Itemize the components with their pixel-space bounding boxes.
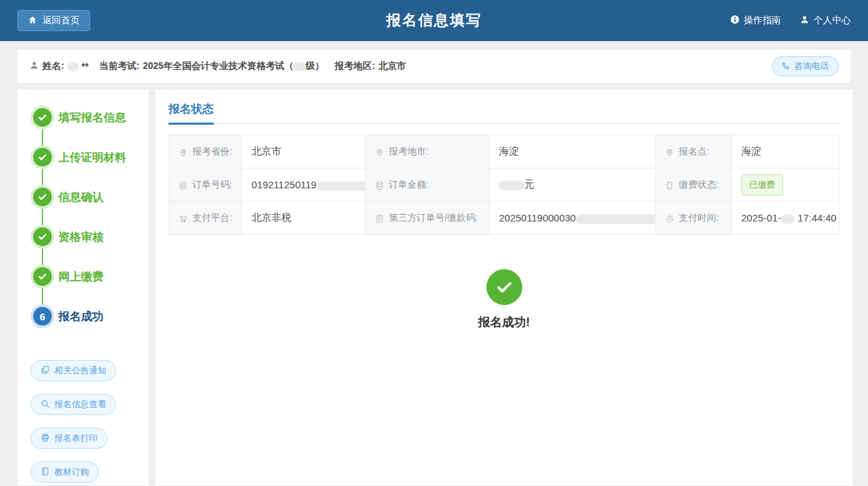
step-upload-materials[interactable]: 上传证明材料 bbox=[31, 145, 149, 169]
order-number-icon bbox=[179, 181, 188, 190]
exam-value: 2025年全国会计专业技术资格考试（级） bbox=[143, 60, 324, 72]
consult-phone-button[interactable]: 咨询电话 bbox=[772, 56, 839, 76]
home-icon bbox=[28, 15, 37, 27]
printer-icon bbox=[40, 433, 50, 444]
print-form-label: 报名表打印 bbox=[54, 432, 98, 444]
step-circle: 6 bbox=[31, 304, 54, 328]
tab-registration-status[interactable]: 报名状态 bbox=[169, 101, 214, 125]
redacted-exam-level bbox=[293, 62, 305, 71]
location-pin-icon bbox=[375, 148, 384, 157]
step-registration-success[interactable]: 6 报名成功 bbox=[31, 304, 149, 328]
order-amount-value: 元 bbox=[490, 168, 656, 202]
paid-status-badge: 已缴费 bbox=[741, 174, 783, 196]
current-exam-segment: 当前考试: 2025年全国会计专业技术资格考试（级） bbox=[100, 60, 325, 72]
consult-phone-label: 咨询电话 bbox=[794, 60, 829, 72]
order-number-label-cell: 订单号码: bbox=[169, 168, 242, 202]
info-icon bbox=[730, 15, 740, 27]
print-form-button[interactable]: 报名表打印 bbox=[31, 428, 108, 449]
step-fill-info[interactable]: 填写报名信息 bbox=[31, 105, 149, 129]
notice-icon bbox=[40, 365, 50, 377]
city-value: 海淀 bbox=[490, 135, 656, 168]
registration-status-table: 报考省份: 北京市 报考地市: 海淀 报名点: 海淀 订单号码: 0192112… bbox=[169, 135, 839, 235]
redacted-order-number bbox=[317, 182, 366, 190]
person-icon bbox=[29, 60, 39, 72]
province-label-cell: 报考省份: bbox=[169, 135, 242, 168]
textbook-order-label: 教材订购 bbox=[54, 466, 89, 478]
exam-label: 当前考试: bbox=[100, 60, 140, 72]
guide-link[interactable]: 操作指南 bbox=[730, 15, 781, 27]
personal-center-label: 个人中心 bbox=[814, 15, 851, 27]
step-number: 6 bbox=[33, 307, 52, 326]
step-label: 资格审核 bbox=[58, 229, 104, 245]
payment-status-label-cell: 缴费状态: bbox=[656, 168, 732, 202]
table-row: 支付平台: 北京非税 第三方订单号/缴款码: 20250119000030 支付… bbox=[169, 202, 839, 235]
order-amount-label-cell: 订单金额: bbox=[366, 168, 490, 202]
step-qualification-review[interactable]: 资格审核 bbox=[31, 225, 149, 249]
step-label: 上传证明材料 bbox=[58, 150, 126, 165]
step-label: 报名成功 bbox=[58, 309, 104, 324]
user-info-bar: 姓名: ** 当前考试: 2025年全国会计专业技术资格考试（级） 报考地区: … bbox=[17, 49, 851, 84]
header-right: 操作指南 个人中心 bbox=[730, 15, 851, 27]
money-icon bbox=[375, 181, 384, 190]
city-label-cell: 报考地市: bbox=[366, 135, 490, 168]
table-row: 订单号码: 019211250119 订单金额: 元 缴费状态: 已缴费 bbox=[169, 168, 839, 202]
payment-platform-value: 北京非税 bbox=[242, 202, 366, 235]
user-icon bbox=[800, 15, 810, 27]
success-text: 报名成功! bbox=[169, 314, 839, 330]
location-pin-icon bbox=[179, 148, 188, 157]
redacted-third-party-order bbox=[576, 215, 656, 223]
check-icon bbox=[33, 148, 52, 166]
tab-bar: 报名状态 bbox=[169, 101, 839, 124]
search-icon bbox=[40, 399, 50, 410]
redacted-payment-day bbox=[781, 215, 794, 223]
name-label: 姓名: bbox=[42, 60, 64, 72]
user-name-segment: 姓名: ** bbox=[29, 60, 89, 72]
third-party-order-label-cell: 第三方订单号/缴款码: bbox=[366, 202, 490, 235]
redacted-amount bbox=[499, 181, 524, 190]
step-circle bbox=[31, 265, 54, 288]
back-home-label: 返回首页 bbox=[42, 15, 80, 27]
order-number-value: 019211250119 bbox=[242, 168, 366, 202]
view-registration-button[interactable]: 报名信息查看 bbox=[31, 394, 116, 415]
province-value: 北京市 bbox=[242, 135, 366, 168]
content-panel: 报名状态 报考省份: 北京市 报考地市: 海淀 报名点: 海淀 bbox=[155, 89, 853, 486]
step-circle bbox=[31, 185, 54, 209]
exam-region-segment: 报考地区: 北京市 bbox=[334, 60, 406, 72]
step-confirm-info[interactable]: 信息确认 bbox=[31, 185, 149, 209]
view-registration-label: 报名信息查看 bbox=[54, 398, 106, 410]
notice-button[interactable]: 相关公告通知 bbox=[31, 360, 116, 381]
check-icon bbox=[33, 188, 52, 206]
site-label-cell: 报名点: bbox=[656, 135, 732, 168]
success-message: 报名成功! bbox=[169, 269, 839, 330]
step-list: 填写报名信息 上传证明材料 信息确认 资格审核 网上缴费 6 报名成功 bbox=[31, 105, 149, 328]
location-pin-icon bbox=[665, 148, 674, 157]
back-home-button[interactable]: 返回首页 bbox=[17, 10, 90, 31]
table-row: 报考省份: 北京市 报考地市: 海淀 报名点: 海淀 bbox=[169, 135, 839, 168]
region-label: 报考地区: bbox=[334, 60, 375, 72]
region-value: 北京市 bbox=[378, 60, 406, 72]
step-label: 信息确认 bbox=[58, 190, 104, 205]
personal-center-link[interactable]: 个人中心 bbox=[800, 15, 851, 27]
notice-button-label: 相关公告通知 bbox=[54, 365, 106, 377]
step-circle bbox=[31, 225, 54, 249]
main-area: 填写报名信息 上传证明材料 信息确认 资格审核 网上缴费 6 报名成功 bbox=[17, 89, 851, 486]
stopwatch-icon bbox=[665, 214, 674, 223]
sidebar-buttons: 相关公告通知 报名信息查看 报名表打印 教材订购 bbox=[31, 360, 149, 483]
page-title: 报名信息填写 bbox=[386, 11, 482, 30]
check-icon bbox=[33, 227, 52, 246]
document-icon bbox=[375, 214, 384, 223]
guide-label: 操作指南 bbox=[744, 15, 781, 27]
redacted-name bbox=[68, 62, 78, 71]
payment-time-label-cell: 支付时间: bbox=[656, 202, 732, 235]
cart-icon bbox=[179, 214, 188, 223]
third-party-order-value: 20250119000030 bbox=[490, 202, 656, 235]
phone-icon bbox=[782, 61, 790, 72]
header: 返回首页 报名信息填写 操作指南 个人中心 bbox=[0, 0, 868, 41]
payment-status-value: 已缴费 bbox=[732, 168, 839, 202]
step-label: 网上缴费 bbox=[58, 269, 104, 284]
textbook-order-button[interactable]: 教材订购 bbox=[31, 461, 99, 483]
step-circle bbox=[31, 105, 54, 129]
check-icon bbox=[33, 108, 52, 127]
step-online-payment[interactable]: 网上缴费 bbox=[31, 265, 149, 288]
check-icon bbox=[33, 267, 52, 286]
